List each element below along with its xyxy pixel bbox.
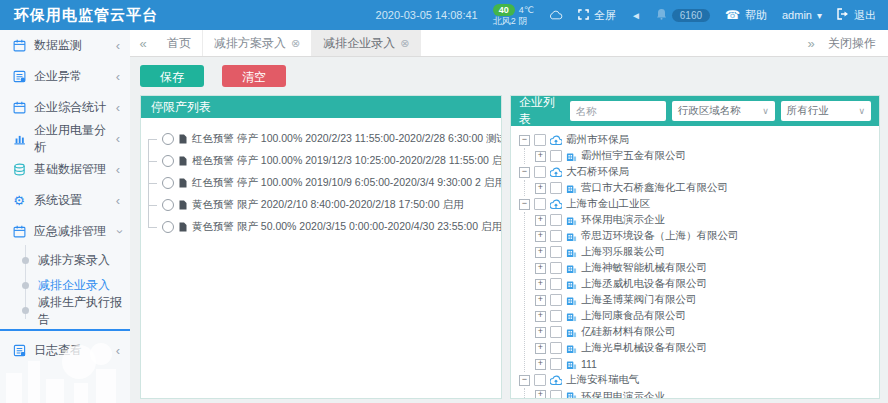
sidebar-item-7[interactable]: 应急减排管理 [0, 216, 130, 247]
radio-button[interactable] [162, 199, 174, 211]
company-name-input[interactable] [570, 101, 666, 121]
document-icon [179, 200, 187, 210]
checkbox[interactable] [550, 278, 562, 290]
company-tree-item[interactable]: 大石桥环保局 [519, 164, 875, 180]
checkbox[interactable] [550, 390, 562, 398]
tab-close-icon[interactable] [291, 36, 300, 50]
radio-button[interactable] [162, 133, 174, 145]
expand-icon[interactable] [535, 295, 546, 306]
building-icon [566, 343, 577, 354]
company-tree-item[interactable]: 上海同康食品有限公司 [535, 308, 875, 324]
checkbox[interactable] [550, 230, 562, 242]
company-tree-item[interactable]: 上海羽乐服装公司 [535, 244, 875, 260]
company-tree-item[interactable]: 111 [535, 356, 875, 372]
company-tree-item[interactable]: 上海市金山工业区 [519, 196, 875, 212]
checkbox[interactable] [550, 150, 562, 162]
company-tree-item[interactable]: 上海光阜机械设备有限公司 [535, 340, 875, 356]
expand-icon[interactable] [535, 311, 546, 322]
sidebar-item-6[interactable]: 系统设置 [0, 185, 130, 216]
sidebar-item-5[interactable]: 基础数据管理 [0, 154, 130, 185]
company-tree-item[interactable]: 帝思迈环境设备（上海）有限公司 [535, 228, 875, 244]
checkbox[interactable] [550, 214, 562, 226]
save-button[interactable]: 保存 [140, 65, 204, 87]
plan-tree-item[interactable]: 红色预警 停产 100.00% 2019/10/9 6:05:00-2020/3… [157, 172, 495, 194]
expand-icon[interactable] [535, 327, 546, 338]
company-tree-item[interactable]: 上海安科瑞电气 [519, 372, 875, 388]
collapse-icon[interactable] [519, 199, 530, 210]
company-tree-item[interactable]: 环保用电演示企业 [535, 212, 875, 228]
calendar-icon [12, 101, 26, 114]
tabs-scroll-left-icon[interactable] [130, 30, 156, 56]
expand-icon[interactable] [535, 247, 546, 258]
notifications-button[interactable]: 6160 [656, 8, 710, 22]
plan-tree-item[interactable]: 红色预警 停产 100.00% 2020/2/23 11:55:00-2020/… [157, 128, 495, 150]
tab-close-icon[interactable] [400, 36, 409, 50]
help-button[interactable]: 帮助 [725, 8, 767, 23]
notification-count-badge: 6160 [672, 9, 710, 22]
expand-icon[interactable] [535, 390, 546, 398]
sidebar-item-8[interactable]: 日志查看 [0, 335, 130, 366]
sidebar-item-1[interactable]: 数据监测 [0, 30, 130, 61]
tab-2[interactable]: 减排方案录入 [203, 30, 312, 56]
checkbox[interactable] [534, 198, 546, 210]
checkbox[interactable] [534, 374, 546, 386]
checkbox[interactable] [534, 166, 546, 178]
expand-icon[interactable] [535, 215, 546, 226]
checkbox[interactable] [550, 262, 562, 274]
industry-select[interactable]: 所有行业 [781, 101, 871, 121]
company-tree-item[interactable]: 上海丞威机电设备有限公司 [535, 276, 875, 292]
close-operations-menu[interactable]: 关闭操作 [824, 30, 888, 56]
company-tree-item[interactable]: 环保用电演示企业 [535, 388, 875, 398]
user-menu[interactable]: admin [782, 9, 822, 21]
sidebar-item-2[interactable]: 企业异常 [0, 61, 130, 92]
region-select[interactable]: 行政区域名称 [672, 101, 775, 121]
radio-button[interactable] [162, 177, 174, 189]
company-tree-item[interactable]: 霸州市环保局 [519, 132, 875, 148]
tab-3[interactable]: 减排企业录入 [312, 30, 421, 56]
expand-icon[interactable] [535, 343, 546, 354]
clear-button[interactable]: 清空 [222, 65, 286, 87]
building-icon [566, 247, 577, 258]
company-label: 上海市金山工业区 [566, 197, 650, 211]
checkbox[interactable] [550, 310, 562, 322]
tab-1[interactable]: 首页 [156, 30, 203, 56]
expand-icon[interactable] [535, 279, 546, 290]
company-tree-item[interactable]: 霸州恒宇五金有限公司 [535, 148, 875, 164]
company-label: 霸州市环保局 [566, 133, 629, 147]
checkbox[interactable] [550, 342, 562, 354]
checkbox[interactable] [550, 294, 562, 306]
collapse-icon[interactable] [519, 167, 530, 178]
logout-button[interactable]: 退出 [837, 8, 876, 23]
checkbox[interactable] [534, 134, 546, 146]
chart-icon [12, 132, 26, 145]
mute-icon[interactable] [631, 10, 641, 21]
sidebar-item-3[interactable]: 企业综合统计 [0, 92, 130, 123]
org-icon [550, 375, 562, 386]
checkbox[interactable] [550, 182, 562, 194]
plan-tree-item[interactable]: 橙色预警 停产 100.00% 2019/12/3 10:25:00-2020/… [157, 150, 495, 172]
company-tree-item[interactable]: 上海圣博莱阀门有限公司 [535, 292, 875, 308]
company-tree-item[interactable]: 上海神敏智能机械有限公司 [535, 260, 875, 276]
company-tree-item[interactable]: 营口市大石桥鑫海化工有限公司 [535, 180, 875, 196]
expand-icon[interactable] [535, 183, 546, 194]
fullscreen-button[interactable]: 全屏 [578, 8, 616, 23]
checkbox[interactable] [550, 246, 562, 258]
plan-tree-item[interactable]: 黄色预警 限产 50.00% 2020/3/15 0:00:00-2020/4/… [157, 216, 495, 238]
collapse-icon[interactable] [519, 375, 530, 386]
collapse-icon[interactable] [519, 135, 530, 146]
checkbox[interactable] [550, 358, 562, 370]
sidebar-subitem[interactable]: 减排生产执行报告 [0, 298, 130, 323]
org-icon [550, 135, 562, 146]
tabs-scroll-right-icon[interactable] [798, 30, 824, 56]
expand-icon[interactable] [535, 151, 546, 162]
checkbox[interactable] [550, 326, 562, 338]
expand-icon[interactable] [535, 263, 546, 274]
plan-tree-item[interactable]: 黄色预警 限产 2020/2/10 8:40:00-2020/2/18 17:5… [157, 194, 495, 216]
expand-icon[interactable] [535, 359, 546, 370]
radio-button[interactable] [162, 221, 174, 233]
expand-icon[interactable] [535, 231, 546, 242]
sidebar-item-4[interactable]: 企业用电量分析 [0, 123, 130, 154]
sidebar-subitem[interactable]: 减排方案录入 [0, 248, 130, 273]
radio-button[interactable] [162, 155, 174, 167]
company-tree-item[interactable]: 亿硅新材料有限公司 [535, 324, 875, 340]
